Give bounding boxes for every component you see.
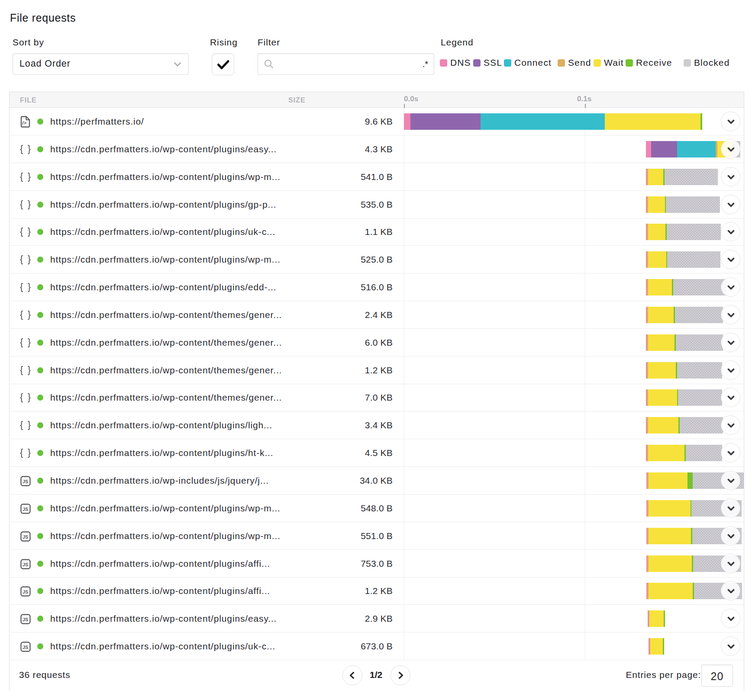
svg-text:JS: JS [23, 507, 28, 512]
svg-text:/>: /> [22, 120, 26, 125]
svg-text:JS: JS [23, 562, 28, 567]
svg-text:JS: JS [23, 479, 28, 484]
svg-text:JS: JS [23, 534, 28, 539]
svg-text:JS: JS [23, 645, 28, 650]
svg-text:JS: JS [23, 617, 28, 622]
svg-text:JS: JS [23, 589, 28, 594]
